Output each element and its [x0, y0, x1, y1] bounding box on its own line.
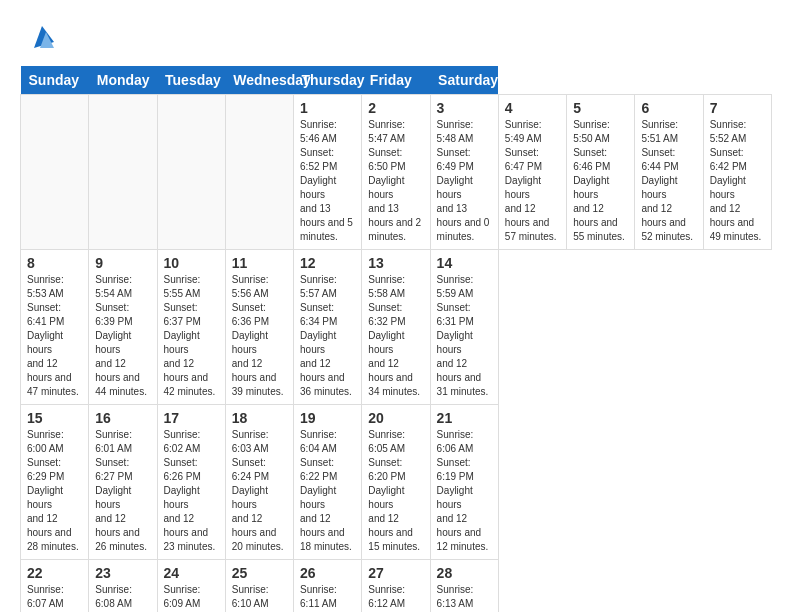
calendar-cell	[157, 95, 225, 250]
calendar-cell	[89, 95, 157, 250]
calendar-cell: 24Sunrise: 6:09 AMSunset: 6:14 PMDayligh…	[157, 560, 225, 613]
logo-icon	[26, 20, 58, 56]
calendar-cell: 5Sunrise: 5:50 AMSunset: 6:46 PMDaylight…	[567, 95, 635, 250]
day-number: 24	[164, 565, 219, 581]
calendar-week-2: 8Sunrise: 5:53 AMSunset: 6:41 PMDaylight…	[21, 250, 772, 405]
calendar-cell: 2Sunrise: 5:47 AMSunset: 6:50 PMDaylight…	[362, 95, 430, 250]
day-info: Sunrise: 6:03 AMSunset: 6:24 PMDaylight …	[232, 428, 287, 554]
day-number: 15	[27, 410, 82, 426]
calendar-cell: 14Sunrise: 5:59 AMSunset: 6:31 PMDayligh…	[430, 250, 498, 405]
calendar-cell: 18Sunrise: 6:03 AMSunset: 6:24 PMDayligh…	[225, 405, 293, 560]
day-info: Sunrise: 6:10 AMSunset: 6:12 PMDaylight …	[232, 583, 287, 612]
day-number: 28	[437, 565, 492, 581]
day-number: 22	[27, 565, 82, 581]
day-info: Sunrise: 5:50 AMSunset: 6:46 PMDaylight …	[573, 118, 628, 244]
calendar-header-row: SundayMondayTuesdayWednesdayThursdayFrid…	[21, 66, 772, 95]
day-number: 12	[300, 255, 355, 271]
day-info: Sunrise: 6:06 AMSunset: 6:19 PMDaylight …	[437, 428, 492, 554]
day-number: 23	[95, 565, 150, 581]
weekday-header-saturday: Saturday	[430, 66, 498, 95]
day-number: 8	[27, 255, 82, 271]
calendar-cell: 10Sunrise: 5:55 AMSunset: 6:37 PMDayligh…	[157, 250, 225, 405]
day-number: 2	[368, 100, 423, 116]
day-number: 1	[300, 100, 355, 116]
day-number: 9	[95, 255, 150, 271]
calendar-cell	[21, 95, 89, 250]
weekday-header-wednesday: Wednesday	[225, 66, 293, 95]
calendar-cell: 23Sunrise: 6:08 AMSunset: 6:15 PMDayligh…	[89, 560, 157, 613]
calendar-week-4: 22Sunrise: 6:07 AMSunset: 6:17 PMDayligh…	[21, 560, 772, 613]
calendar-cell	[225, 95, 293, 250]
calendar-week-3: 15Sunrise: 6:00 AMSunset: 6:29 PMDayligh…	[21, 405, 772, 560]
day-info: Sunrise: 5:47 AMSunset: 6:50 PMDaylight …	[368, 118, 423, 244]
day-number: 21	[437, 410, 492, 426]
calendar-cell: 17Sunrise: 6:02 AMSunset: 6:26 PMDayligh…	[157, 405, 225, 560]
calendar-cell: 26Sunrise: 6:11 AMSunset: 6:10 PMDayligh…	[294, 560, 362, 613]
day-number: 27	[368, 565, 423, 581]
day-info: Sunrise: 6:02 AMSunset: 6:26 PMDaylight …	[164, 428, 219, 554]
day-number: 26	[300, 565, 355, 581]
calendar-cell: 15Sunrise: 6:00 AMSunset: 6:29 PMDayligh…	[21, 405, 89, 560]
calendar-cell: 21Sunrise: 6:06 AMSunset: 6:19 PMDayligh…	[430, 405, 498, 560]
page-header	[20, 20, 772, 56]
day-info: Sunrise: 5:58 AMSunset: 6:32 PMDaylight …	[368, 273, 423, 399]
day-info: Sunrise: 6:09 AMSunset: 6:14 PMDaylight …	[164, 583, 219, 612]
day-number: 7	[710, 100, 765, 116]
day-info: Sunrise: 6:12 AMSunset: 6:09 PMDaylight …	[368, 583, 423, 612]
day-info: Sunrise: 5:48 AMSunset: 6:49 PMDaylight …	[437, 118, 492, 244]
calendar-cell: 20Sunrise: 6:05 AMSunset: 6:20 PMDayligh…	[362, 405, 430, 560]
day-number: 13	[368, 255, 423, 271]
day-number: 25	[232, 565, 287, 581]
weekday-header-monday: Monday	[89, 66, 157, 95]
day-number: 3	[437, 100, 492, 116]
calendar-cell: 1Sunrise: 5:46 AMSunset: 6:52 PMDaylight…	[294, 95, 362, 250]
day-number: 17	[164, 410, 219, 426]
day-number: 4	[505, 100, 560, 116]
day-info: Sunrise: 6:04 AMSunset: 6:22 PMDaylight …	[300, 428, 355, 554]
calendar-week-1: 1Sunrise: 5:46 AMSunset: 6:52 PMDaylight…	[21, 95, 772, 250]
day-info: Sunrise: 5:56 AMSunset: 6:36 PMDaylight …	[232, 273, 287, 399]
day-info: Sunrise: 5:49 AMSunset: 6:47 PMDaylight …	[505, 118, 560, 244]
day-info: Sunrise: 5:57 AMSunset: 6:34 PMDaylight …	[300, 273, 355, 399]
calendar-cell: 13Sunrise: 5:58 AMSunset: 6:32 PMDayligh…	[362, 250, 430, 405]
day-info: Sunrise: 6:08 AMSunset: 6:15 PMDaylight …	[95, 583, 150, 612]
day-number: 6	[641, 100, 696, 116]
weekday-header-friday: Friday	[362, 66, 430, 95]
calendar-cell: 27Sunrise: 6:12 AMSunset: 6:09 PMDayligh…	[362, 560, 430, 613]
calendar-cell: 8Sunrise: 5:53 AMSunset: 6:41 PMDaylight…	[21, 250, 89, 405]
logo	[20, 20, 58, 56]
calendar-cell: 12Sunrise: 5:57 AMSunset: 6:34 PMDayligh…	[294, 250, 362, 405]
day-info: Sunrise: 5:55 AMSunset: 6:37 PMDaylight …	[164, 273, 219, 399]
calendar-cell: 3Sunrise: 5:48 AMSunset: 6:49 PMDaylight…	[430, 95, 498, 250]
weekday-header-sunday: Sunday	[21, 66, 89, 95]
calendar-cell: 4Sunrise: 5:49 AMSunset: 6:47 PMDaylight…	[498, 95, 566, 250]
day-info: Sunrise: 6:00 AMSunset: 6:29 PMDaylight …	[27, 428, 82, 554]
calendar-cell: 9Sunrise: 5:54 AMSunset: 6:39 PMDaylight…	[89, 250, 157, 405]
day-info: Sunrise: 6:01 AMSunset: 6:27 PMDaylight …	[95, 428, 150, 554]
day-number: 10	[164, 255, 219, 271]
day-info: Sunrise: 6:11 AMSunset: 6:10 PMDaylight …	[300, 583, 355, 612]
weekday-header-thursday: Thursday	[294, 66, 362, 95]
day-info: Sunrise: 6:13 AMSunset: 6:07 PMDaylight …	[437, 583, 492, 612]
day-number: 19	[300, 410, 355, 426]
day-info: Sunrise: 5:52 AMSunset: 6:42 PMDaylight …	[710, 118, 765, 244]
day-info: Sunrise: 5:59 AMSunset: 6:31 PMDaylight …	[437, 273, 492, 399]
calendar-cell: 11Sunrise: 5:56 AMSunset: 6:36 PMDayligh…	[225, 250, 293, 405]
day-number: 14	[437, 255, 492, 271]
day-number: 20	[368, 410, 423, 426]
calendar-cell: 25Sunrise: 6:10 AMSunset: 6:12 PMDayligh…	[225, 560, 293, 613]
weekday-header-tuesday: Tuesday	[157, 66, 225, 95]
day-info: Sunrise: 5:53 AMSunset: 6:41 PMDaylight …	[27, 273, 82, 399]
calendar-body: 1Sunrise: 5:46 AMSunset: 6:52 PMDaylight…	[21, 95, 772, 613]
day-number: 16	[95, 410, 150, 426]
day-info: Sunrise: 6:05 AMSunset: 6:20 PMDaylight …	[368, 428, 423, 554]
calendar-cell: 22Sunrise: 6:07 AMSunset: 6:17 PMDayligh…	[21, 560, 89, 613]
calendar-cell: 7Sunrise: 5:52 AMSunset: 6:42 PMDaylight…	[703, 95, 771, 250]
calendar-table: SundayMondayTuesdayWednesdayThursdayFrid…	[20, 66, 772, 612]
day-info: Sunrise: 5:54 AMSunset: 6:39 PMDaylight …	[95, 273, 150, 399]
day-info: Sunrise: 6:07 AMSunset: 6:17 PMDaylight …	[27, 583, 82, 612]
day-info: Sunrise: 5:51 AMSunset: 6:44 PMDaylight …	[641, 118, 696, 244]
calendar-cell: 16Sunrise: 6:01 AMSunset: 6:27 PMDayligh…	[89, 405, 157, 560]
day-number: 11	[232, 255, 287, 271]
calendar-cell: 6Sunrise: 5:51 AMSunset: 6:44 PMDaylight…	[635, 95, 703, 250]
